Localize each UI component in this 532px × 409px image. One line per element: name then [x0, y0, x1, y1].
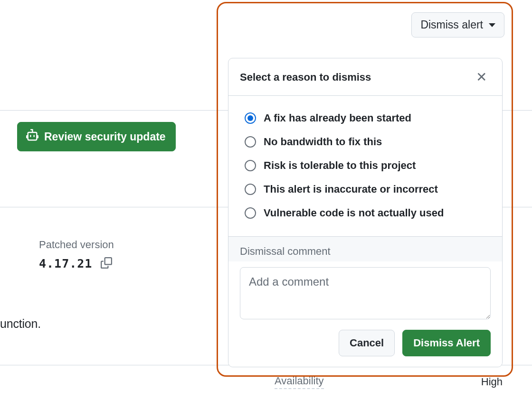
dismiss-reason-option[interactable]: No bandwidth to fix this	[240, 130, 491, 154]
dismissal-comment-label: Dismissal comment	[240, 245, 491, 258]
review-security-update-button[interactable]: Review security update	[17, 122, 176, 151]
copy-icon	[101, 257, 112, 270]
radio-icon	[245, 184, 256, 195]
dismissal-comment-input[interactable]	[240, 267, 491, 319]
dismiss-reason-label: This alert is inaccurate or incorrect	[264, 183, 438, 195]
review-button-label: Review security update	[44, 130, 166, 143]
radio-icon	[245, 136, 256, 148]
dismiss-reason-option[interactable]: Vulnerable code is not actually used	[240, 201, 491, 225]
availability-value: High	[481, 376, 503, 388]
dismiss-reason-option[interactable]: This alert is inaccurate or incorrect	[240, 177, 491, 201]
dismiss-reason-label: Vulnerable code is not actually used	[264, 207, 444, 219]
dismiss-alert-popover: Select a reason to dismiss ✕ A fix has a…	[228, 58, 503, 367]
patched-version-value: 4.17.21	[39, 257, 92, 270]
availability-row: Availability High	[275, 375, 503, 389]
dismiss-alert-dropdown-button[interactable]: Dismiss alert	[411, 12, 504, 37]
close-popover-button[interactable]: ✕	[472, 68, 491, 87]
dismiss-reason-option[interactable]: A fix has already been started	[240, 106, 491, 130]
dismiss-reason-label: No bandwidth to fix this	[264, 136, 382, 148]
dependabot-icon	[26, 129, 38, 144]
dismiss-reason-option[interactable]: Risk is tolerable to this project	[240, 154, 491, 177]
caret-down-icon	[489, 23, 495, 27]
dismiss-trigger-label: Dismiss alert	[420, 19, 483, 31]
close-icon: ✕	[476, 71, 487, 84]
description-fragment: unction.	[0, 317, 41, 331]
copy-version-button[interactable]	[99, 256, 114, 271]
cancel-button[interactable]: Cancel	[339, 330, 395, 356]
radio-icon	[245, 112, 256, 124]
patched-version-block: Patched version 4.17.21	[39, 239, 114, 271]
patched-version-label: Patched version	[39, 239, 114, 251]
dismiss-reason-label: A fix has already been started	[264, 112, 411, 124]
dismiss-alert-submit-button[interactable]: Dismiss Alert	[402, 330, 491, 356]
radio-icon	[245, 160, 256, 171]
radio-icon	[245, 207, 256, 219]
popover-title: Select a reason to dismiss	[240, 71, 371, 84]
availability-label: Availability	[275, 375, 324, 389]
dismiss-reason-label: Risk is tolerable to this project	[264, 159, 416, 172]
